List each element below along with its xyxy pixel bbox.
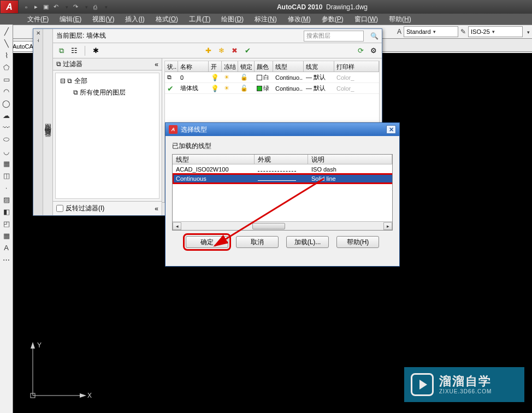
scroll-thumb[interactable] <box>252 223 285 229</box>
rectangle-icon[interactable]: ▭ <box>1 74 12 85</box>
invert-filter-label: 反转过滤器(I) <box>66 204 104 213</box>
qat-more[interactable] <box>101 3 109 11</box>
tool-row-more[interactable] <box>525 28 530 36</box>
linetype-col-header[interactable]: 说明 <box>308 155 392 164</box>
layer-col-header[interactable]: 打印样 <box>334 61 379 72</box>
arc-icon[interactable]: ◠ <box>1 86 12 97</box>
palette-close-icon[interactable]: ✕ <box>36 30 40 36</box>
qat-undo-dd[interactable] <box>61 3 70 11</box>
layer-col-header[interactable]: 锁定 <box>238 61 255 72</box>
layer-row[interactable]: ✔墙体线💡☀🔓 绿Continuo...— 默认Color_ <box>165 83 379 94</box>
ok-button[interactable]: 确定 <box>186 236 228 248</box>
help-button[interactable]: 帮助(H) <box>336 236 379 248</box>
refresh-icon[interactable]: ⟳ <box>356 46 365 56</box>
menu-e[interactable]: 编辑(E) <box>54 14 87 25</box>
xline-icon[interactable]: ╲ <box>1 38 12 49</box>
scroll-right-icon[interactable]: ▸ <box>383 222 392 230</box>
layer-col-header[interactable]: 名称 <box>178 61 209 72</box>
invert-filter-checkbox[interactable] <box>56 205 63 212</box>
scroll-left-icon[interactable]: ◂ <box>173 222 181 230</box>
mtext-icon[interactable]: A <box>1 242 12 253</box>
svg-marker-3 <box>80 393 86 398</box>
menu-t[interactable]: 工具(T) <box>184 14 216 25</box>
load-button[interactable]: 加载(L)... <box>286 236 329 248</box>
dialog-close-icon[interactable]: ✕ <box>386 125 396 134</box>
qat-undo-icon[interactable]: ↶ <box>51 3 60 11</box>
filter-icon: ⧉ <box>56 60 61 68</box>
menu-p[interactable]: 参数(P) <box>316 14 349 25</box>
delete-layer-icon[interactable]: ✖ <box>230 46 240 56</box>
polyline-icon[interactable]: ⌇ <box>1 50 12 61</box>
freeze-layer-icon[interactable]: ❄ <box>217 46 227 56</box>
filter-collapse2-icon[interactable]: « <box>155 205 158 213</box>
menu-w[interactable]: 窗口(W) <box>349 14 383 25</box>
menu-d[interactable]: 绘图(D) <box>216 14 249 25</box>
palette-pin-icon[interactable]: ⫞ <box>37 37 39 43</box>
layer-col-header[interactable]: 冻结 <box>222 61 238 72</box>
menu-o[interactable]: 格式(O) <box>150 14 184 25</box>
qat-redo-icon[interactable]: ↷ <box>71 3 80 11</box>
qat-print-icon[interactable]: ⎙ <box>91 3 99 11</box>
filter-collapse-icon[interactable]: « <box>155 61 158 68</box>
search-icon[interactable]: 🔍 <box>370 32 379 40</box>
region-icon[interactable]: ◰ <box>1 218 12 229</box>
linetype-row[interactable]: ContinuousSolid line <box>173 174 392 183</box>
menu-m[interactable]: 修改(M) <box>282 14 316 25</box>
more-icon[interactable]: ⋯ <box>1 254 12 265</box>
menu-h[interactable]: 帮助(H) <box>383 14 417 25</box>
layer-row[interactable]: ⧉0💡☀🔓 白Continuo...— 默认Color_ <box>165 72 379 83</box>
menu-n[interactable]: 标注(N) <box>249 14 282 25</box>
qat-redo-dd[interactable] <box>81 3 90 11</box>
layer-search-input[interactable]: 搜索图层 <box>304 31 364 42</box>
revcloud-icon[interactable]: ☁ <box>1 110 12 121</box>
qat-save-icon[interactable]: ▣ <box>42 3 50 11</box>
point-icon[interactable]: · <box>1 182 12 193</box>
insert-icon[interactable]: ▦ <box>1 158 12 169</box>
linetype-col-header[interactable]: 外观 <box>255 155 308 164</box>
dim-style-dropdown[interactable]: ISO-25 <box>468 26 523 37</box>
spline-icon[interactable]: 〰 <box>1 122 12 133</box>
menu-i[interactable]: 插入(I) <box>120 14 150 25</box>
new-filter-icon[interactable]: ✱ <box>91 46 101 56</box>
hatch-icon[interactable]: ▨ <box>1 194 12 205</box>
qat-open-icon[interactable]: ▸ <box>32 3 40 11</box>
dimstyle-icon[interactable]: ✎ <box>460 28 466 36</box>
polygon-icon[interactable]: ⬠ <box>1 62 12 73</box>
app-logo[interactable]: A <box>0 0 19 14</box>
linetype-row[interactable]: ACAD_ISO02W100ISO dash <box>173 164 392 174</box>
style-a-icon[interactable]: A <box>397 28 401 36</box>
filter-tree[interactable]: ⊟ ⧉ 全部 ⧉ 所有使用的图层 <box>55 73 159 199</box>
new-layer2-icon[interactable]: ✚ <box>204 46 214 56</box>
cancel-button[interactable]: 取消 <box>236 236 279 248</box>
svg-marker-1 <box>31 342 35 349</box>
new-layer-icon[interactable]: ⧉ <box>56 46 66 56</box>
menu-f[interactable]: 文件(F) <box>22 14 54 25</box>
circle-icon[interactable]: ◯ <box>1 98 12 109</box>
list-hscrollbar[interactable]: ◂ ▸ <box>173 221 392 230</box>
layer-states-icon[interactable]: ☷ <box>69 46 79 56</box>
settings-icon[interactable]: ⚙ <box>369 46 379 56</box>
current-layer-label: 当前图层: 墙体线 <box>56 31 106 40</box>
ellipsearc-icon[interactable]: ◡ <box>1 146 12 157</box>
linetype-list[interactable]: 线型外观说明 ACAD_ISO02W100ISO dashContinuousS… <box>172 154 393 231</box>
set-current-icon[interactable]: ✔ <box>243 46 253 56</box>
ellipse-icon[interactable]: ⬭ <box>1 134 12 145</box>
dialog-titlebar[interactable]: A 选择线型 ✕ <box>165 123 399 136</box>
palette-handle[interactable]: 图层特性管理器 <box>43 29 53 215</box>
linetype-col-header[interactable]: 线型 <box>173 155 255 164</box>
layer-col-header[interactable]: 线型 <box>273 61 304 72</box>
qat-new-icon[interactable]: ▫ <box>22 3 31 11</box>
block-icon[interactable]: ◫ <box>1 170 12 181</box>
layer-col-header[interactable]: 状.. <box>165 61 178 72</box>
gradient-icon[interactable]: ◧ <box>1 206 12 217</box>
title-bar: A ▫ ▸ ▣ ↶ ↷ ⎙ AutoCAD 2010 Drawing1.dwg <box>0 0 532 14</box>
line-icon[interactable]: ╱ <box>1 26 12 37</box>
text-style-dropdown[interactable]: Standard <box>404 26 458 37</box>
layer-col-header[interactable]: 线宽 <box>304 61 334 72</box>
table-icon[interactable]: ▦ <box>1 230 12 241</box>
ucs-icon: Y X <box>22 335 93 406</box>
layer-col-header[interactable]: 颜色 <box>255 61 273 72</box>
menu-v[interactable]: 视图(V) <box>87 14 120 25</box>
loaded-linetypes-label: 已加载的线型 <box>172 141 393 151</box>
layer-col-header[interactable]: 开 <box>209 61 222 72</box>
